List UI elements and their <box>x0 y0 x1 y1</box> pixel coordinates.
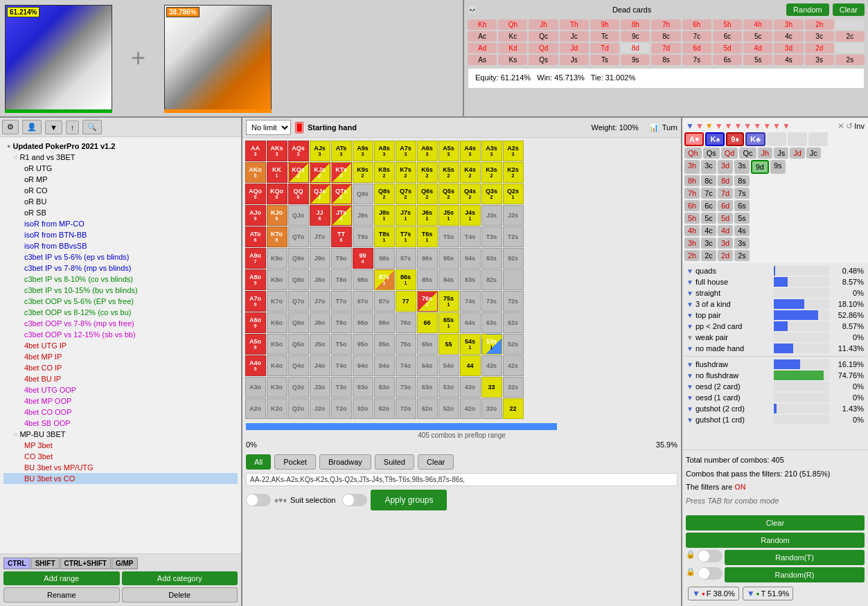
bc-9d-active[interactable]: 9d <box>751 160 769 174</box>
board-card-kspade[interactable]: K♠ <box>705 132 725 146</box>
cell-j3s[interactable]: J3s <box>481 205 502 226</box>
cell-76s[interactable]: 76s1 <box>417 291 438 312</box>
bc-5s[interactable]: 5s <box>734 213 750 224</box>
cell-a3s[interactable]: A3s3 <box>481 141 502 161</box>
cell-a6s[interactable]: A6s3 <box>417 141 438 161</box>
bc-6d[interactable]: 6d <box>718 200 733 211</box>
bc-4h[interactable]: 4h <box>684 225 700 236</box>
cell-q2o[interactable]: Q2o <box>288 398 309 419</box>
card-4d[interactable]: 4d <box>743 43 772 53</box>
cell-t4o[interactable]: T4o <box>331 355 352 376</box>
cell-54s[interactable]: 54s1 <box>460 334 481 355</box>
add-range-button[interactable]: Add range <box>3 571 120 585</box>
cell-94o[interactable]: 94o <box>353 355 373 376</box>
cell-qto[interactable]: QTo <box>288 226 309 247</box>
board-card-empty2[interactable] <box>788 132 807 146</box>
pocket-button[interactable]: Pocket <box>274 454 316 470</box>
shortcut-shift[interactable]: SHIFT <box>31 558 60 569</box>
cell-j6o[interactable]: J6o <box>310 312 330 333</box>
card-6d[interactable]: 6d <box>682 43 711 53</box>
card-2c[interactable]: 2c <box>835 31 865 42</box>
cell-22[interactable]: 22 <box>503 398 524 419</box>
cell-a6o[interactable]: A6o9 <box>245 312 266 333</box>
card-5h[interactable]: 5h <box>713 19 742 30</box>
cell-85o[interactable]: 85o <box>374 334 395 355</box>
cell-kjo[interactable]: KJo6 <box>267 205 287 226</box>
cell-kk[interactable]: KK1 <box>267 162 287 183</box>
bc-8d[interactable]: 8d <box>718 175 733 186</box>
cell-q9s[interactable]: Q9s <box>353 184 373 204</box>
tree-4bet-co-oop[interactable]: 4bet CO OOP <box>3 407 238 418</box>
bc-5c[interactable]: 5c <box>701 213 716 224</box>
cell-q4s[interactable]: Q4s2 <box>460 184 481 204</box>
card-js[interactable]: Js <box>560 55 589 65</box>
cell-a9o[interactable]: A9o7 <box>245 248 266 269</box>
card-jc[interactable]: Jc <box>560 31 589 42</box>
cell-84o[interactable]: 84o <box>374 355 395 376</box>
cell-85s[interactable]: 84s <box>439 269 459 290</box>
cell-87o[interactable]: 87o <box>374 291 395 312</box>
cell-q8s[interactable]: Q8s2 <box>374 184 395 204</box>
cell-aks[interactable]: AKs3 <box>267 141 287 161</box>
board-card-jd[interactable]: Jd <box>790 148 805 159</box>
cell-93o[interactable]: 93o <box>353 377 373 398</box>
card-4s[interactable]: 4s <box>774 55 803 65</box>
cell-97s[interactable]: 97s <box>396 248 416 269</box>
cell-99[interactable]: 994 <box>353 248 373 269</box>
bc-8h[interactable]: 8h <box>684 175 700 186</box>
cell-a5s[interactable]: A5s3 <box>439 141 459 161</box>
filter-ind-left[interactable]: ▼ ● F 38.0% <box>688 587 739 600</box>
cell-62o[interactable]: 62o <box>417 398 438 419</box>
inv-label[interactable]: Inv <box>854 122 865 130</box>
cell-53o[interactable]: 53o <box>439 377 459 398</box>
cell-86s[interactable]: 85s <box>417 269 438 290</box>
tree-bu-3bet-mputg[interactable]: BU 3bet vs MP/UTG <box>3 462 238 473</box>
card-ks[interactable]: Ks <box>498 55 527 65</box>
shortcut-gmp[interactable]: G/MP <box>112 558 138 569</box>
cell-77[interactable]: 77 <box>396 291 416 312</box>
cell-j4s[interactable]: J4s1 <box>460 205 481 226</box>
card-6c[interactable]: 6c <box>713 31 742 42</box>
cell-72o[interactable]: 72o <box>396 398 416 419</box>
cell-75o[interactable]: 75o <box>396 334 416 355</box>
cell-98o[interactable]: 98o <box>353 269 373 290</box>
bc-2c[interactable]: 2c <box>701 250 716 261</box>
card-2d[interactable]: 2d <box>805 43 834 53</box>
shortcut-ctrl[interactable]: CTRL <box>3 558 30 569</box>
cell-t2s[interactable]: T2s <box>503 226 524 247</box>
card-3h[interactable]: 3h <box>774 19 803 30</box>
cell-a7o[interactable]: A7o9 <box>245 291 266 312</box>
cell-65o[interactable]: 65o <box>417 334 438 355</box>
card-ts[interactable]: Ts <box>590 55 619 65</box>
cell-q9o[interactable]: Q9o <box>288 248 309 269</box>
cell-95o[interactable]: 95o <box>353 334 373 355</box>
card-tc[interactable]: Tc <box>590 31 619 42</box>
bc-4c[interactable]: 4c <box>701 225 716 236</box>
card-6h[interactable]: 6h <box>682 19 711 30</box>
shortcut-ctrlshift[interactable]: CTRL+SHIFT <box>60 558 111 569</box>
cell-aqo[interactable]: AQo9 <box>245 184 266 204</box>
cell-32s[interactable]: 32s <box>503 377 524 398</box>
board-card-qd[interactable]: Qd <box>721 148 738 159</box>
cell-84s[interactable]: 83s <box>460 269 481 290</box>
bc-2s[interactable]: 2s <box>734 250 750 261</box>
card-5s[interactable]: 5s <box>743 55 772 65</box>
tree-root[interactable]: ● Updated PokerPro 2021 v1.2 <box>3 141 238 152</box>
cell-44[interactable]: 44 <box>460 355 481 376</box>
cell-52s[interactable]: 52s <box>503 334 524 355</box>
bc-2d[interactable]: 2d <box>718 250 733 261</box>
settings-button[interactable]: ⚙ <box>2 120 19 134</box>
cell-k5s[interactable]: K5s2 <box>439 162 459 183</box>
cell-75s[interactable]: 75s1 <box>439 291 459 312</box>
tree-c3bet-1015[interactable]: c3bet IP vs 10-15% (bu vs blinds) <box>3 285 238 296</box>
bc-3c2[interactable]: 3c <box>701 238 716 249</box>
lock-toggle-1[interactable] <box>698 550 723 562</box>
card-kh[interactable]: Kh <box>468 19 497 30</box>
tree-mp-3bet[interactable]: MP 3bet <box>3 440 238 451</box>
cell-k2s[interactable]: K2s2 <box>503 162 524 183</box>
cell-k2o[interactable]: K2o <box>267 398 287 419</box>
board-card-js[interactable]: Js <box>774 148 788 159</box>
tree-isor-bbvssb[interactable]: isoR from BBvsSB <box>3 240 238 251</box>
cell-t9s[interactable]: T9s <box>353 226 373 247</box>
tree-group-r1[interactable]: ○ R1 and vs 3BET <box>3 152 238 163</box>
